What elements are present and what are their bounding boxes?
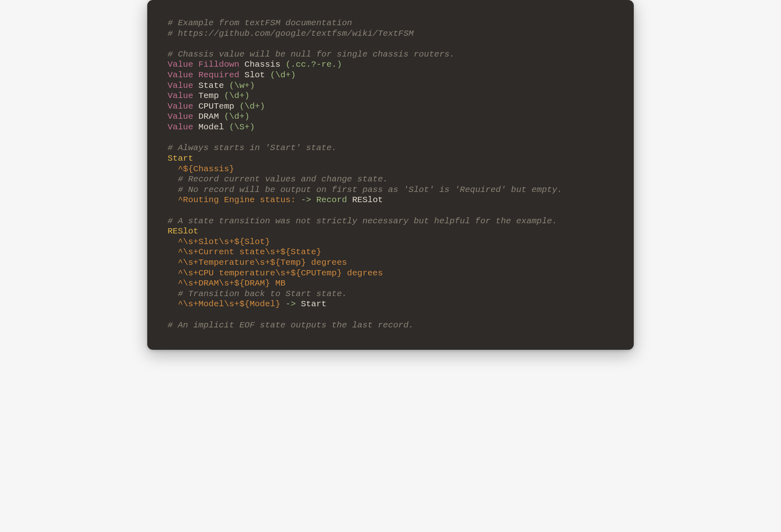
code-line: ^Routing Engine status: -> Record RESlot [168,195,613,205]
code-line: ^\s+CPU temperature\s+${CPUTemp} degrees [168,268,613,279]
code-line: ^${Chassis} [168,164,613,174]
code-line: ^\s+Temperature\s+${Temp} degrees [168,257,613,268]
code-line: Value Temp (\d+) [168,91,613,101]
code-line: Value Filldown Chassis (.cc.?-re.) [168,59,613,70]
code-line: # A state transition was not strictly ne… [168,216,613,227]
code-line: # Record current values and change state… [168,174,613,185]
code-line: ^\s+Current state\s+${State} [168,247,613,257]
code-line: # Chassis value will be null for single … [168,49,613,60]
code-line: ^\s+Model\s+${Model} -> Start [168,299,613,310]
code-line: ^\s+DRAM\s+${DRAM} MB [168,278,613,289]
code-line: # Transition back to Start state. [168,289,613,299]
code-block: # Example from textFSM documentation# ht… [147,0,634,350]
code-line: # Example from textFSM documentation [168,18,613,28]
code-line: # An implicit EOF state outputs the last… [168,320,613,331]
code-line: Start [168,153,613,164]
code-line: # https://github.com/google/textfsm/wiki… [168,28,613,39]
code-line [168,310,613,320]
code-line: Value State (\w+) [168,81,613,91]
code-line: Value CPUTemp (\d+) [168,101,613,112]
code-line: ^\s+Slot\s+${Slot} [168,237,613,247]
code-line: Value DRAM (\d+) [168,111,613,122]
code-line: Value Required Slot (\d+) [168,70,613,81]
page-frame: # Example from textFSM documentation# ht… [123,0,658,350]
code-line: RESlot [168,226,613,237]
code-line: # No record will be output on first pass… [168,185,613,195]
code-line: # Always starts in 'Start' state. [168,143,613,153]
code-line [168,205,613,216]
code-line: Value Model (\S+) [168,122,613,133]
code-line [168,39,613,49]
code-line [168,133,613,143]
